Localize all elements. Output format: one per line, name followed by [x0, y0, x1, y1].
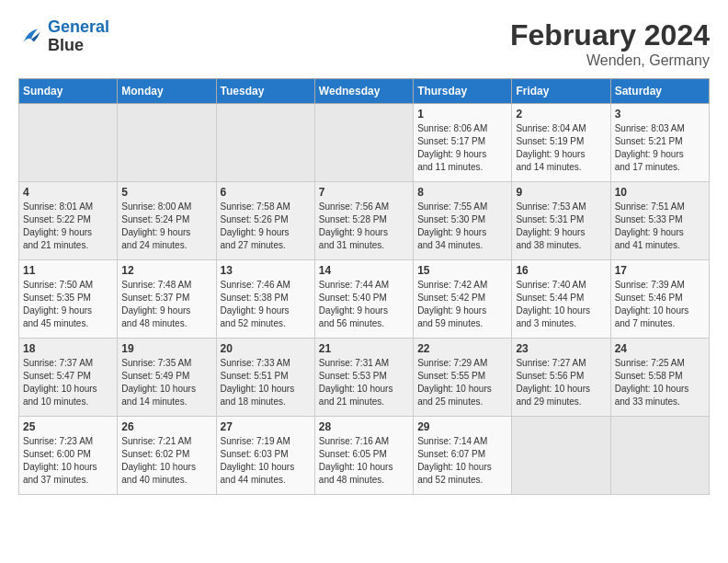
day-info: Sunrise: 7:16 AM Sunset: 6:05 PM Dayligh…	[319, 435, 409, 487]
day-number: 16	[516, 264, 606, 277]
day-number: 8	[417, 186, 507, 199]
day-number: 11	[23, 264, 113, 277]
col-saturday: Saturday	[610, 79, 709, 104]
day-info: Sunrise: 7:44 AM Sunset: 5:40 PM Dayligh…	[319, 279, 409, 330]
day-info: Sunrise: 7:58 AM Sunset: 5:26 PM Dayligh…	[221, 201, 311, 252]
day-number: 12	[121, 264, 211, 277]
calendar-week-row: 1Sunrise: 8:06 AM Sunset: 5:17 PM Daylig…	[19, 104, 710, 182]
day-info: Sunrise: 7:27 AM Sunset: 5:56 PM Dayligh…	[516, 357, 606, 408]
day-number: 1	[417, 108, 507, 121]
day-info: Sunrise: 8:06 AM Sunset: 5:17 PM Dayligh…	[417, 122, 507, 174]
calendar-cell: 27Sunrise: 7:19 AM Sunset: 6:03 PM Dayli…	[216, 417, 314, 495]
day-number: 29	[417, 420, 507, 433]
day-number: 4	[23, 186, 113, 199]
calendar-cell: 14Sunrise: 7:44 AM Sunset: 5:40 PM Dayli…	[314, 260, 413, 339]
header-row: Sunday Monday Tuesday Wednesday Thursday…	[19, 79, 710, 104]
day-info: Sunrise: 7:42 AM Sunset: 5:42 PM Dayligh…	[417, 279, 507, 330]
calendar-week-row: 11Sunrise: 7:50 AM Sunset: 5:35 PM Dayli…	[19, 260, 710, 339]
day-number: 24	[615, 342, 705, 355]
calendar-cell: 25Sunrise: 7:23 AM Sunset: 6:00 PM Dayli…	[19, 417, 118, 495]
day-number: 2	[516, 108, 606, 121]
month-title: February 2024	[510, 18, 710, 52]
day-info: Sunrise: 7:33 AM Sunset: 5:51 PM Dayligh…	[221, 357, 311, 408]
day-number: 26	[121, 420, 211, 433]
col-sunday: Sunday	[19, 79, 118, 104]
day-info: Sunrise: 8:04 AM Sunset: 5:19 PM Dayligh…	[516, 122, 606, 174]
day-number: 23	[516, 342, 606, 355]
col-thursday: Thursday	[414, 79, 512, 104]
calendar-cell: 6Sunrise: 7:58 AM Sunset: 5:26 PM Daylig…	[216, 182, 314, 260]
day-number: 22	[417, 342, 507, 355]
day-info: Sunrise: 8:01 AM Sunset: 5:22 PM Dayligh…	[23, 201, 113, 252]
day-info: Sunrise: 7:25 AM Sunset: 5:58 PM Dayligh…	[615, 357, 705, 408]
day-number: 6	[221, 186, 311, 199]
day-number: 17	[615, 264, 705, 277]
day-info: Sunrise: 7:19 AM Sunset: 6:03 PM Dayligh…	[221, 435, 311, 487]
calendar-body: 1Sunrise: 8:06 AM Sunset: 5:17 PM Daylig…	[19, 104, 710, 495]
day-number: 15	[417, 264, 507, 277]
calendar-cell: 10Sunrise: 7:51 AM Sunset: 5:33 PM Dayli…	[610, 182, 709, 260]
calendar-cell	[512, 417, 610, 495]
day-info: Sunrise: 8:03 AM Sunset: 5:21 PM Dayligh…	[615, 122, 705, 174]
calendar-cell: 15Sunrise: 7:42 AM Sunset: 5:42 PM Dayli…	[414, 260, 512, 339]
calendar-cell: 22Sunrise: 7:29 AM Sunset: 5:55 PM Dayli…	[414, 339, 512, 417]
day-info: Sunrise: 7:50 AM Sunset: 5:35 PM Dayligh…	[23, 279, 113, 330]
calendar-cell: 26Sunrise: 7:21 AM Sunset: 6:02 PM Dayli…	[118, 417, 216, 495]
day-info: Sunrise: 8:00 AM Sunset: 5:24 PM Dayligh…	[121, 201, 211, 252]
calendar-cell	[19, 104, 118, 182]
calendar-cell: 8Sunrise: 7:55 AM Sunset: 5:30 PM Daylig…	[414, 182, 512, 260]
calendar-cell	[314, 104, 413, 182]
calendar-cell: 2Sunrise: 8:04 AM Sunset: 5:19 PM Daylig…	[512, 104, 610, 182]
calendar-week-row: 25Sunrise: 7:23 AM Sunset: 6:00 PM Dayli…	[19, 417, 710, 495]
day-number: 18	[23, 342, 113, 355]
day-info: Sunrise: 7:29 AM Sunset: 5:55 PM Dayligh…	[417, 357, 507, 408]
day-info: Sunrise: 7:56 AM Sunset: 5:28 PM Dayligh…	[319, 201, 409, 252]
day-info: Sunrise: 7:31 AM Sunset: 5:53 PM Dayligh…	[319, 357, 409, 408]
page-header: General Blue February 2024 Wenden, Germa…	[18, 18, 710, 69]
col-wednesday: Wednesday	[314, 79, 413, 104]
logo: General Blue	[18, 18, 109, 55]
calendar-cell: 9Sunrise: 7:53 AM Sunset: 5:31 PM Daylig…	[512, 182, 610, 260]
day-info: Sunrise: 7:35 AM Sunset: 5:49 PM Dayligh…	[121, 357, 211, 408]
calendar-cell: 29Sunrise: 7:14 AM Sunset: 6:07 PM Dayli…	[414, 417, 512, 495]
calendar-cell: 7Sunrise: 7:56 AM Sunset: 5:28 PM Daylig…	[314, 182, 413, 260]
col-monday: Monday	[118, 79, 216, 104]
col-tuesday: Tuesday	[216, 79, 314, 104]
calendar-cell	[610, 417, 709, 495]
calendar-cell: 1Sunrise: 8:06 AM Sunset: 5:17 PM Daylig…	[414, 104, 512, 182]
day-info: Sunrise: 7:37 AM Sunset: 5:47 PM Dayligh…	[23, 357, 113, 408]
day-info: Sunrise: 7:53 AM Sunset: 5:31 PM Dayligh…	[516, 201, 606, 252]
day-number: 19	[121, 342, 211, 355]
day-number: 13	[221, 264, 311, 277]
day-info: Sunrise: 7:14 AM Sunset: 6:07 PM Dayligh…	[417, 435, 507, 487]
day-info: Sunrise: 7:46 AM Sunset: 5:38 PM Dayligh…	[221, 279, 311, 330]
day-info: Sunrise: 7:21 AM Sunset: 6:02 PM Dayligh…	[121, 435, 211, 487]
calendar-cell: 19Sunrise: 7:35 AM Sunset: 5:49 PM Dayli…	[118, 339, 216, 417]
day-number: 10	[615, 186, 705, 199]
day-info: Sunrise: 7:55 AM Sunset: 5:30 PM Dayligh…	[417, 201, 507, 252]
day-number: 21	[319, 342, 409, 355]
day-number: 3	[615, 108, 705, 121]
day-number: 7	[319, 186, 409, 199]
calendar-cell: 16Sunrise: 7:40 AM Sunset: 5:44 PM Dayli…	[512, 260, 610, 339]
calendar-cell: 12Sunrise: 7:48 AM Sunset: 5:37 PM Dayli…	[118, 260, 216, 339]
day-number: 9	[516, 186, 606, 199]
day-info: Sunrise: 7:39 AM Sunset: 5:46 PM Dayligh…	[615, 279, 705, 330]
calendar-table: Sunday Monday Tuesday Wednesday Thursday…	[18, 78, 710, 495]
calendar-cell: 4Sunrise: 8:01 AM Sunset: 5:22 PM Daylig…	[19, 182, 118, 260]
logo-text: General Blue	[48, 18, 109, 55]
col-friday: Friday	[512, 79, 610, 104]
day-info: Sunrise: 7:48 AM Sunset: 5:37 PM Dayligh…	[121, 279, 211, 330]
day-number: 27	[221, 420, 311, 433]
day-info: Sunrise: 7:23 AM Sunset: 6:00 PM Dayligh…	[23, 435, 113, 487]
calendar-cell: 23Sunrise: 7:27 AM Sunset: 5:56 PM Dayli…	[512, 339, 610, 417]
title-block: February 2024 Wenden, Germany	[510, 18, 710, 69]
calendar-cell: 11Sunrise: 7:50 AM Sunset: 5:35 PM Dayli…	[19, 260, 118, 339]
calendar-week-row: 4Sunrise: 8:01 AM Sunset: 5:22 PM Daylig…	[19, 182, 710, 260]
day-number: 20	[221, 342, 311, 355]
location-title: Wenden, Germany	[510, 52, 710, 69]
calendar-cell: 17Sunrise: 7:39 AM Sunset: 5:46 PM Dayli…	[610, 260, 709, 339]
calendar-cell: 13Sunrise: 7:46 AM Sunset: 5:38 PM Dayli…	[216, 260, 314, 339]
day-info: Sunrise: 7:51 AM Sunset: 5:33 PM Dayligh…	[615, 201, 705, 252]
logo-icon	[18, 24, 44, 50]
